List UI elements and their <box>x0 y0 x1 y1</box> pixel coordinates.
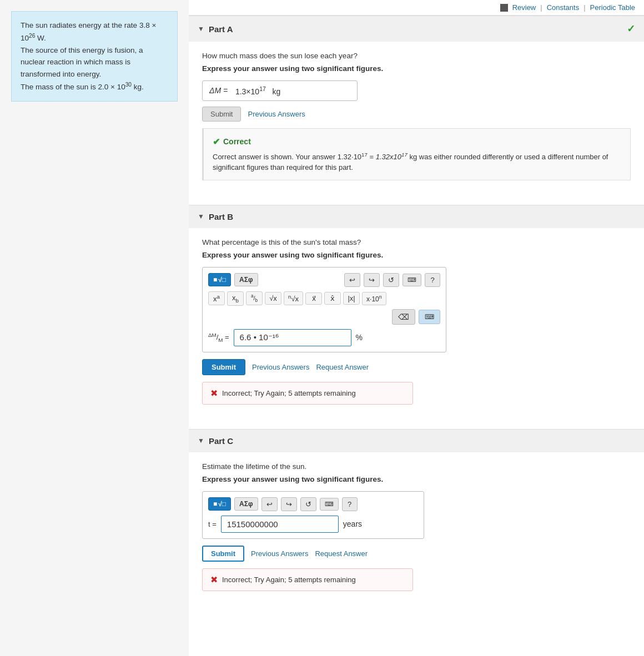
part-a-instruction: Express your answer using two significan… <box>202 64 631 73</box>
part-b-keyboard-toggle-btn[interactable]: ⌨ <box>419 310 440 324</box>
part-b-xa-btn[interactable]: xa <box>208 291 225 305</box>
part-c-instruction: Express your answer using two significan… <box>202 475 631 483</box>
part-b-hat-btn[interactable]: x̂ <box>324 292 341 305</box>
constants-link[interactable]: Constants <box>547 3 580 12</box>
math-sqrt-label-c: √□ <box>218 500 226 508</box>
part-b-help-btn[interactable]: ? <box>425 273 440 287</box>
main-content: Review | Constants | Periodic Table ▼ Pa… <box>189 0 644 656</box>
part-b-collapse-arrow: ▼ <box>198 213 204 220</box>
part-c-body: Estimate the lifetime of the sun. Expres… <box>189 452 644 604</box>
part-c-prev-answers-link[interactable]: Previous Answers <box>251 549 308 558</box>
top-bar: Review | Constants | Periodic Table <box>189 0 644 16</box>
part-a-section: ▼ Part A ✓ How much mass does the sun lo… <box>189 16 644 194</box>
part-a-header[interactable]: ▼ Part A ✓ <box>189 16 644 42</box>
part-b-xb-btn[interactable]: xb <box>227 291 244 306</box>
review-link[interactable]: Review <box>512 3 536 12</box>
part-b-redo-btn[interactable]: ↪ <box>364 273 380 287</box>
part-a-question: How much mass does the sun lose each yea… <box>202 52 631 60</box>
part-b-math-input: ■ √□ ΑΣφ ↩ ↪ ↺ ⌨ ? xa xb <box>202 267 446 352</box>
part-a-submit-row: Submit Previous Answers <box>202 107 631 122</box>
math-sqrt-label: √□ <box>218 276 226 284</box>
part-a-correct-label: Correct <box>223 136 251 148</box>
part-b-incorrect-box: ✖ Incorrect; Try Again; 5 attempts remai… <box>202 382 413 405</box>
part-c-undo-btn[interactable]: ↩ <box>261 497 278 511</box>
part-c-input-row: t = 15150000000 years <box>208 516 418 533</box>
problem-text-box: The sun radiates energy at the rate 3.8 … <box>11 11 178 102</box>
part-b-symbol-row: xa xb a/b √x n√x x⃗ x̂ |x| x·10n <box>208 291 440 306</box>
part-c-submit-row: Submit Previous Answers Request Answer <box>202 546 631 562</box>
part-a-answer-value: 1.3×1017 kg <box>235 85 280 96</box>
part-c-reset-btn[interactable]: ↺ <box>300 497 316 511</box>
part-a-prev-answers-link[interactable]: Previous Answers <box>248 110 305 118</box>
part-c-label: Part C <box>209 436 233 446</box>
part-c-math-btn[interactable]: ■ √□ <box>208 497 231 511</box>
problem-line2: The source of this energy is fusion, a n… <box>21 46 143 78</box>
part-c-keyboard-btn[interactable]: ⌨ <box>320 498 339 511</box>
part-c-request-answer-link[interactable]: Request Answer <box>315 549 368 558</box>
part-a-body: How much mass does the sun lose each yea… <box>189 42 644 194</box>
part-b-body: What percentage is this of the sun's tot… <box>189 228 644 418</box>
part-b-nrt-btn[interactable]: n√x <box>284 291 303 305</box>
math-box-icon-c: ■ <box>213 500 217 508</box>
part-b-submit-button[interactable]: Submit <box>202 359 245 375</box>
part-a-collapse-arrow: ▼ <box>198 25 204 33</box>
part-c-redo-btn[interactable]: ↪ <box>281 497 297 511</box>
problem-line3: The mass of the sun is 2.0 × 1030 kg. <box>21 83 144 91</box>
part-a-correct-text: Correct answer is shown. Your answer 1.3… <box>213 151 621 173</box>
review-icon <box>500 4 508 12</box>
part-c-math-toolbar: ■ √□ ΑΣφ ↩ ↪ ↺ ⌨ ? <box>208 497 418 511</box>
part-b-math-label: ΔM/M = <box>208 332 229 343</box>
part-b-section: ▼ Part B What percentage is this of the … <box>189 205 644 418</box>
part-a-checkmark: ✓ <box>627 23 635 35</box>
sidebar: The sun radiates energy at the rate 3.8 … <box>0 0 189 656</box>
part-a-answer-prefix: ΔM = <box>209 86 232 95</box>
part-c-incorrect-icon: ✖ <box>210 574 218 585</box>
part-b-math-btn[interactable]: ■ √□ <box>208 273 231 286</box>
part-b-abs-btn[interactable]: |x| <box>343 292 360 305</box>
part-a-correct-box: ✔ Correct Correct answer is shown. Your … <box>202 128 631 180</box>
part-b-header[interactable]: ▼ Part B <box>189 205 644 228</box>
part-b-request-answer-link[interactable]: Request Answer <box>316 363 369 371</box>
part-b-frac-btn[interactable]: a/b <box>246 291 263 305</box>
part-b-keyboard-btn[interactable]: ⌨ <box>402 274 421 286</box>
greek-label-c: ΑΣφ <box>239 500 253 508</box>
part-c-answer-input[interactable]: 15150000000 <box>221 516 339 533</box>
part-c-math-input: ■ √□ ΑΣφ ↩ ↪ ↺ ⌨ ? t = 15150000000 y <box>202 491 424 539</box>
part-b-undo-btn[interactable]: ↩ <box>344 273 360 287</box>
part-c-greek-btn[interactable]: ΑΣφ <box>234 497 258 511</box>
part-b-sym-row2: ⌫ ⌨ <box>208 309 440 325</box>
part-b-vec-btn[interactable]: x⃗ <box>305 292 322 305</box>
part-b-unit: % <box>356 333 363 342</box>
part-b-input-row: ΔM/M = % <box>208 329 440 346</box>
part-b-reset-btn[interactable]: ↺ <box>383 273 399 287</box>
part-a-submit-button[interactable]: Submit <box>202 107 241 122</box>
part-a-answer-field: ΔM = 1.3×1017 kg <box>202 80 358 101</box>
part-c-unit: years <box>343 519 362 528</box>
part-c-question: Estimate the lifetime of the sun. <box>202 462 631 471</box>
part-b-incorrect-text: Incorrect; Try Again; 5 attempts remaini… <box>222 389 356 397</box>
part-b-answer-input[interactable] <box>234 329 351 346</box>
part-b-sci-btn[interactable]: x·10n <box>362 292 386 305</box>
part-b-math-toolbar: ■ √□ ΑΣφ ↩ ↪ ↺ ⌨ ? <box>208 273 440 287</box>
part-c-incorrect-box: ✖ Incorrect; Try Again; 5 attempts remai… <box>202 568 413 591</box>
part-b-prev-answers-link[interactable]: Previous Answers <box>252 363 309 371</box>
part-c-collapse-arrow: ▼ <box>198 437 204 445</box>
part-b-delete-btn[interactable]: ⌫ <box>392 309 415 325</box>
part-b-instruction: Express your answer using two significan… <box>202 251 631 259</box>
part-c-math-label: t = <box>208 520 217 528</box>
part-b-submit-row: Submit Previous Answers Request Answer <box>202 359 631 375</box>
problem-line1: The sun radiates energy at the rate 3.8 … <box>21 21 156 42</box>
part-b-greek-btn[interactable]: ΑΣφ <box>234 273 258 286</box>
part-c-help-btn[interactable]: ? <box>342 497 358 511</box>
part-a-label: Part A <box>209 24 233 34</box>
part-c-header[interactable]: ▼ Part C <box>189 430 644 452</box>
part-b-incorrect-icon: ✖ <box>210 388 218 398</box>
part-c-section: ▼ Part C Estimate the lifetime of the su… <box>189 429 644 604</box>
math-box-icon: ■ <box>213 276 217 284</box>
part-c-incorrect-text: Incorrect; Try Again; 5 attempts remaini… <box>222 576 356 584</box>
periodic-table-link[interactable]: Periodic Table <box>590 3 635 12</box>
part-c-submit-button[interactable]: Submit <box>202 546 244 562</box>
part-a-correct-header: ✔ Correct <box>213 135 621 149</box>
part-b-sqrt-btn[interactable]: √x <box>265 292 281 305</box>
part-b-question: What percentage is this of the sun's tot… <box>202 238 631 246</box>
